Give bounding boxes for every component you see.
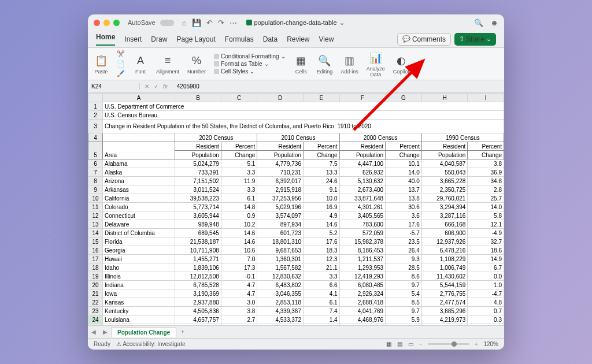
font-group[interactable]: AFont bbox=[133, 53, 148, 75]
spreadsheet-grid[interactable]: ABCDEFGHI1U.S. Department of Commerce2U.… bbox=[88, 93, 504, 325]
addins-icon: ▥ bbox=[342, 53, 357, 68]
view-normal-icon[interactable]: ▦ bbox=[386, 341, 391, 347]
tab-insert[interactable]: Insert bbox=[124, 35, 142, 43]
app-window: AutoSave ⌂ 💾 ↶ ↷ ⋯ population-change-dat… bbox=[88, 14, 504, 350]
home-icon[interactable]: ⌂ bbox=[182, 18, 187, 27]
alignment-group[interactable]: ≡Alignment bbox=[156, 53, 179, 75]
conditional-formatting-button[interactable]: Conditional Formatting ⌄ bbox=[214, 53, 286, 60]
status-bar: Ready ⚠ Accessibility: Investigate ▦ ▤ ▭… bbox=[88, 338, 504, 350]
format-as-table-button[interactable]: Format as Table ⌄ bbox=[214, 60, 286, 68]
name-box[interactable]: K24 bbox=[88, 83, 140, 90]
col-header[interactable]: E bbox=[303, 94, 339, 102]
quick-access: ⌂ 💾 ↶ ↷ ⋯ bbox=[182, 18, 237, 27]
maximize-icon[interactable] bbox=[113, 20, 120, 26]
titlebar: AutoSave ⌂ 💾 ↶ ↷ ⋯ population-change-dat… bbox=[88, 14, 504, 31]
cells-group[interactable]: ▦Cells bbox=[294, 53, 309, 75]
tab-review[interactable]: Review bbox=[287, 35, 309, 43]
traffic-lights bbox=[94, 20, 120, 26]
zoom-out-button[interactable]: − bbox=[419, 341, 423, 347]
formula-value[interactable]: 4205900 bbox=[172, 83, 204, 90]
save-icon[interactable]: 💾 bbox=[192, 18, 201, 27]
add-sheet-button[interactable]: + bbox=[176, 329, 189, 335]
paste-group[interactable]: 📋Paste bbox=[94, 53, 109, 75]
accept-fx-icon[interactable]: ✓ bbox=[154, 83, 158, 90]
col-header[interactable]: I bbox=[468, 94, 504, 102]
tab-prev-icon[interactable]: ◀ bbox=[88, 329, 99, 335]
sheet-tab[interactable]: Population Change bbox=[111, 327, 176, 337]
close-icon[interactable] bbox=[94, 20, 100, 26]
cells-icon: ▦ bbox=[294, 53, 309, 68]
status-accessibility[interactable]: ⚠ Accessibility: Investigate bbox=[116, 341, 186, 347]
align-icon: ≡ bbox=[160, 53, 175, 68]
cell-styles-button[interactable]: Cell Styles ⌄ bbox=[214, 68, 286, 75]
col-header[interactable]: C bbox=[221, 94, 257, 102]
minimize-icon[interactable] bbox=[103, 20, 110, 26]
fx-icon[interactable]: fx bbox=[163, 83, 168, 90]
view-break-icon[interactable]: ▭ bbox=[408, 341, 413, 347]
view-page-icon[interactable]: ▤ bbox=[397, 341, 402, 347]
menu-tabs: Home Insert Draw Page Layout Formulas Da… bbox=[88, 31, 504, 48]
cancel-fx-icon[interactable]: ✕ bbox=[145, 83, 149, 90]
zoom-in-button[interactable]: + bbox=[475, 341, 478, 347]
editing-group[interactable]: 🔍Editing bbox=[317, 53, 333, 75]
col-header[interactable]: H bbox=[421, 94, 468, 102]
redo-icon[interactable]: ↷ bbox=[218, 18, 224, 27]
excel-icon bbox=[246, 20, 252, 25]
search-editing-icon: 🔍 bbox=[317, 53, 332, 68]
comments-button[interactable]: 💬 Comments bbox=[397, 33, 451, 46]
percent-icon: % bbox=[189, 53, 204, 68]
copilot-icon: ◐ bbox=[394, 53, 409, 68]
autosave-toggle[interactable] bbox=[160, 20, 174, 26]
clipboard-icon: 📋 bbox=[94, 53, 109, 68]
copilot-button[interactable]: ◐Copilot bbox=[393, 53, 409, 75]
share-button[interactable]: ⇧ Share ⌄ bbox=[454, 33, 496, 46]
tab-draw[interactable]: Draw bbox=[151, 35, 167, 43]
file-name[interactable]: population-change-data-table⌄ bbox=[246, 19, 345, 27]
analyze-data-group[interactable]: 📊Analyze Data bbox=[367, 50, 385, 77]
col-header[interactable]: G bbox=[386, 94, 422, 102]
zoom-level[interactable]: 120% bbox=[483, 341, 498, 347]
col-header[interactable]: D bbox=[257, 94, 304, 102]
undo-icon[interactable]: ↶ bbox=[206, 18, 213, 27]
font-icon: A bbox=[133, 53, 148, 68]
cut-icon[interactable]: ✂️ bbox=[117, 50, 125, 58]
tab-formulas[interactable]: Formulas bbox=[225, 35, 254, 43]
tab-page-layout[interactable]: Page Layout bbox=[176, 35, 215, 43]
addins-group[interactable]: ▥Add-ins bbox=[341, 53, 358, 75]
analyze-icon: 📊 bbox=[368, 50, 383, 65]
tab-next-icon[interactable]: ▶ bbox=[99, 329, 111, 335]
ribbon: 📋Paste ✂️📄🖌️ AFont ≡Alignment %Number Co… bbox=[88, 48, 504, 80]
format-painter-icon[interactable]: 🖌️ bbox=[117, 70, 125, 77]
more-icon[interactable]: ⋯ bbox=[230, 18, 237, 27]
tab-view[interactable]: View bbox=[319, 35, 334, 43]
overflow-icon[interactable]: ☻ bbox=[490, 18, 498, 27]
zoom-slider[interactable] bbox=[428, 343, 469, 345]
col-header[interactable]: F bbox=[339, 94, 386, 102]
col-header[interactable]: A bbox=[103, 94, 175, 102]
number-group[interactable]: %Number bbox=[187, 53, 206, 75]
col-header[interactable]: B bbox=[175, 94, 221, 102]
status-ready: Ready bbox=[94, 341, 110, 347]
tab-home[interactable]: Home bbox=[96, 33, 115, 46]
sheet-tabs: ◀ ▶ Population Change + bbox=[88, 325, 504, 338]
copy-icon[interactable]: 📄 bbox=[117, 60, 125, 68]
formula-bar: K24 ✕✓fx 4205900 bbox=[88, 80, 504, 93]
autosave-label: AutoSave bbox=[128, 19, 156, 26]
tab-data[interactable]: Data bbox=[263, 35, 278, 43]
chevron-down-icon: ⌄ bbox=[339, 19, 345, 27]
search-icon[interactable]: 🔍 bbox=[474, 18, 483, 27]
